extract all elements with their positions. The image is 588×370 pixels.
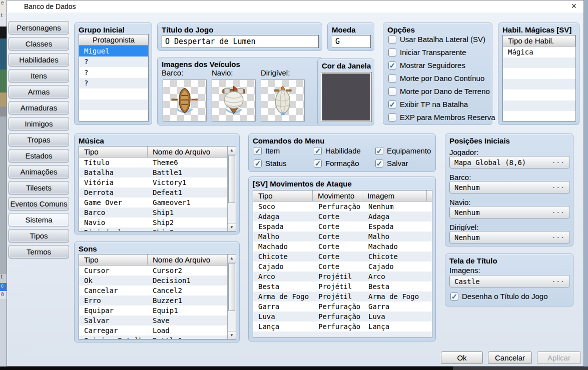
menu-command-status[interactable]: ✓Status [254, 159, 314, 168]
menu-command-item[interactable]: ✓Item [254, 146, 314, 155]
sidebar-tab-classes[interactable]: Classes [9, 37, 69, 50]
table-row[interactable]: Arma de FogoProjétilArma de Fogo [253, 292, 432, 302]
table-row[interactable]: CancelarCancel2 [79, 286, 236, 296]
table-row[interactable]: ArcoProjétilArco [253, 272, 432, 282]
sidebar-tab-inimigos[interactable]: Inimigos [9, 117, 69, 130]
table-row[interactable]: LançaPerfuraçãoLança [253, 322, 432, 332]
unchecked-checkbox-icon[interactable] [388, 36, 396, 44]
table-row[interactable]: VitóriaVictory1 [79, 178, 236, 188]
table-row[interactable]: BarcoShip1 [79, 208, 236, 218]
table-row[interactable]: NavioShip2 [79, 218, 236, 228]
sidebar-tab-tilesets[interactable]: Tilesets [9, 181, 69, 194]
scrollbar-thumb[interactable] [228, 263, 235, 311]
cancel-button[interactable]: Cancelar [488, 352, 532, 364]
unchecked-checkbox-icon[interactable] [388, 114, 396, 122]
sidebar-tab-animacoes[interactable]: Animações [9, 165, 69, 178]
window-color-picker[interactable] [321, 72, 372, 122]
ok-button[interactable]: Ok [441, 352, 483, 364]
unchecked-checkbox-icon[interactable] [388, 88, 396, 96]
table-row[interactable]: BestaProjétilBesta [253, 282, 432, 292]
scrollbar-track[interactable] [228, 262, 236, 331]
sidebar-tab-estados[interactable]: Estados [9, 149, 69, 162]
ship-image-picker[interactable] [212, 80, 256, 122]
option-morte-por-dano-continuo[interactable]: Morte por Dano Contínuo [388, 74, 495, 82]
menu-command-habilidade[interactable]: ✓Habilidade [314, 146, 375, 155]
scrollbar[interactable]: ▲▼ [227, 254, 236, 339]
table-row[interactable]: OkDecision1 [79, 276, 236, 286]
table-row[interactable]: LuvaPerfuraçãoLuva [253, 312, 432, 322]
sidebar-tab-sistema[interactable]: Sistema [9, 213, 69, 226]
unchecked-checkbox-icon[interactable] [388, 74, 396, 82]
party-member-row[interactable]: Miguel [79, 46, 148, 56]
sidebar-tab-armaduras[interactable]: Armaduras [9, 101, 69, 114]
table-row[interactable]: EspadaCorteEspada [253, 222, 432, 232]
sidebar-tab-eventos-comuns[interactable]: Eventos Comuns [9, 197, 69, 210]
table-row[interactable]: CajadoCorteCajado [253, 262, 432, 272]
title-screen-option-desenha-o-titulo-do-jogo[interactable]: ✓Desenha o Título do Jogo [450, 292, 548, 300]
checked-checkbox-icon[interactable]: ✓ [314, 160, 322, 168]
game-title-input[interactable] [162, 35, 319, 48]
table-row[interactable]: SocoPerfuraçãoNenhum [253, 202, 432, 212]
scroll-up-icon[interactable]: ▲ [228, 146, 236, 154]
party-member-row[interactable]: ? [79, 56, 148, 68]
option-exibir-tp-na-batalha[interactable]: ✓Exibir TP na Batalha [388, 100, 495, 108]
checked-checkbox-icon[interactable]: ✓ [375, 147, 383, 155]
table-row[interactable]: DerrotaDefeat1 [79, 188, 236, 198]
table-row[interactable]: EquiparEquip1 [79, 306, 236, 316]
title-image-picker[interactable]: Castle ··· [449, 275, 570, 288]
table-row[interactable]: Mágica [503, 46, 575, 58]
checked-checkbox-icon[interactable]: ✓ [375, 160, 383, 168]
sidebar-tab-habilidades[interactable]: Habilidades [9, 53, 69, 66]
table-row[interactable]: ChicoteCorteChicote [253, 252, 432, 262]
scroll-down-icon[interactable]: ▼ [228, 223, 236, 231]
table-row[interactable]: Iniciar BatalhaBattle1 [79, 336, 236, 340]
table-row[interactable]: ErroBuzzer1 [79, 296, 236, 306]
scrollbar-thumb[interactable] [228, 155, 235, 203]
menu-command-formacao[interactable]: ✓Formação [314, 159, 375, 168]
sidebar-tab-termos[interactable]: Termos [9, 245, 69, 258]
position-picker-dirigivel[interactable]: Nenhum··· [449, 231, 570, 244]
party-member-row[interactable]: ? [79, 67, 148, 78]
table-row[interactable]: GarraPerfuraçãoGarra [253, 302, 432, 312]
unchecked-checkbox-icon[interactable] [388, 48, 396, 56]
checked-checkbox-icon[interactable]: ✓ [450, 292, 458, 300]
table-row[interactable]: SalvarSave [79, 316, 236, 326]
airship-image-picker[interactable] [261, 80, 305, 122]
table-row[interactable]: TítuloTheme6 [79, 158, 236, 168]
checked-checkbox-icon[interactable]: ✓ [314, 147, 322, 155]
sidebar-tab-tropas[interactable]: Tropas [9, 133, 69, 146]
sidebar-tab-personagens[interactable]: Personagens [9, 21, 69, 34]
option-usar-batalha-lateral-sv[interactable]: Usar Batalha Lateral (SV) [388, 35, 495, 44]
scroll-down-icon[interactable]: ▼ [228, 331, 236, 339]
table-row[interactable]: MalhoCorteMalho [253, 232, 432, 242]
scrollbar-track[interactable] [228, 154, 236, 223]
menu-command-salvar[interactable]: ✓Salvar [375, 159, 431, 168]
party-member-row[interactable]: ? [79, 78, 148, 89]
table-row[interactable]: CursorCursor2 [79, 266, 236, 276]
checked-checkbox-icon[interactable]: ✓ [388, 62, 396, 70]
menu-command-equipamento[interactable]: ✓Equipamento [375, 146, 431, 155]
checked-checkbox-icon[interactable]: ✓ [254, 160, 262, 168]
option-exp-para-membros-reserva[interactable]: EXP para Membros Reserva [388, 113, 495, 122]
position-picker-barco[interactable]: Nenhum··· [449, 181, 570, 194]
option-mostrar-seguidores[interactable]: ✓Mostrar Seguidores [388, 61, 495, 70]
table-row[interactable]: Game OverGameover1 [79, 198, 236, 208]
table-row[interactable]: AdagaCorteAdaga [253, 212, 432, 222]
table-row[interactable]: MachadoCorteMachado [253, 242, 432, 252]
checked-checkbox-icon[interactable]: ✓ [388, 100, 396, 108]
dialog-titlebar[interactable]: Banco de Dados × [7, 0, 583, 12]
position-picker-navio[interactable]: Nenhum··· [449, 206, 570, 218]
option-iniciar-transparente[interactable]: Iniciar Transparente [388, 48, 495, 56]
sidebar-tab-itens[interactable]: Itens [9, 69, 69, 82]
apply-button[interactable]: Aplicar [537, 352, 581, 364]
currency-input[interactable] [332, 35, 371, 48]
scroll-up-icon[interactable]: ▲ [228, 254, 236, 262]
table-row[interactable]: CarregarLoad [79, 326, 236, 336]
boat-image-picker[interactable] [163, 80, 207, 122]
scrollbar[interactable]: ▲▼ [227, 146, 236, 231]
sidebar-tab-armas[interactable]: Armas [9, 85, 69, 98]
position-picker-jogador[interactable]: Mapa Global (8,6)··· [449, 156, 570, 168]
checked-checkbox-icon[interactable]: ✓ [254, 147, 262, 155]
table-row[interactable]: DirigívelShip3 [79, 228, 236, 232]
sidebar-tab-tipos[interactable]: Tipos [9, 229, 69, 242]
